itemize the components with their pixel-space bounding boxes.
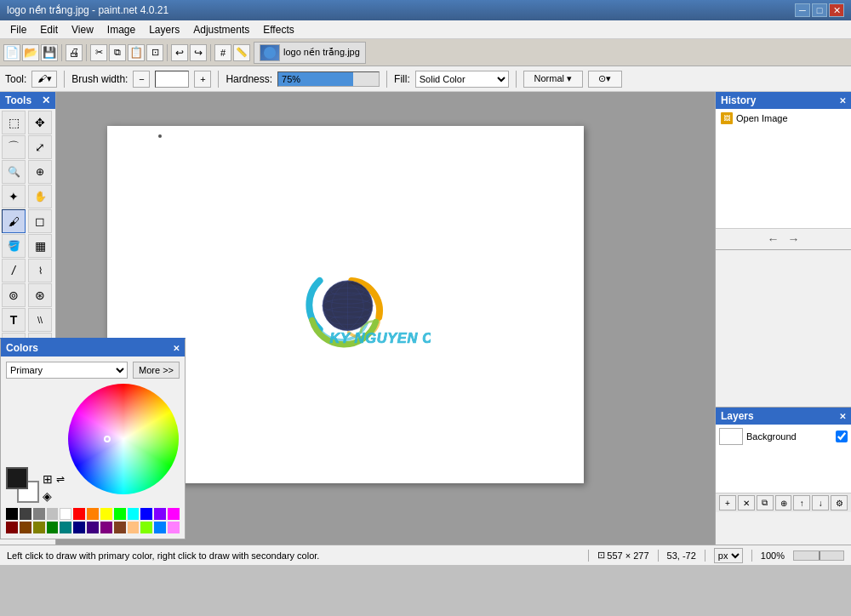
menu-file[interactable]: File	[3, 22, 33, 37]
move-tool[interactable]: ✥	[28, 111, 52, 134]
swatch-pink[interactable]	[168, 522, 180, 533]
new-button[interactable]: 📄	[3, 44, 20, 61]
menu-view[interactable]: View	[65, 22, 100, 37]
menu-effects[interactable]: Effects	[256, 22, 300, 37]
swatch-cyan[interactable]	[128, 508, 140, 520]
brush-increase[interactable]: +	[194, 71, 211, 88]
swatch-dark-cyan[interactable]	[60, 522, 71, 533]
crop-button[interactable]: ⊡	[146, 44, 163, 61]
zoom-slider[interactable]	[793, 550, 844, 561]
duplicate-layer-button[interactable]: ⧉	[757, 495, 774, 510]
swatch-green[interactable]	[114, 508, 126, 520]
hardness-bar[interactable]: 75%	[277, 71, 380, 87]
menu-adjustments[interactable]: Adjustments	[186, 22, 256, 37]
zoom-tool2[interactable]: ✋	[28, 185, 52, 208]
swatch-blue[interactable]	[140, 508, 152, 520]
swatch-dark-purple[interactable]	[87, 522, 99, 533]
menu-image[interactable]: Image	[100, 22, 142, 37]
rulers-button[interactable]: 📏	[233, 44, 250, 61]
layer-up-button[interactable]: ↑	[793, 495, 810, 510]
history-close[interactable]: ✕	[839, 96, 846, 106]
layer-item-background[interactable]: Background	[716, 425, 851, 448]
unit-select[interactable]: px	[714, 548, 743, 563]
swatch-brown[interactable]	[114, 522, 126, 533]
swatch-gray[interactable]	[33, 508, 45, 520]
opacity-selector[interactable]: ⊙▾	[588, 71, 622, 88]
clone-stamp-tool[interactable]: ⊚	[2, 283, 26, 307]
zoom-out-tool[interactable]: ⊕	[28, 160, 52, 184]
shapes-tool[interactable]: \\	[28, 308, 52, 332]
add-layer-button[interactable]: +	[719, 495, 736, 510]
swatch-dark-yellow[interactable]	[33, 522, 45, 533]
swatch-dark-gray[interactable]	[20, 508, 31, 520]
swatch-light-gray[interactable]	[47, 508, 59, 520]
save-button[interactable]: 💾	[41, 44, 58, 61]
print-button[interactable]: 🖨	[66, 44, 83, 61]
swatch-yellow[interactable]	[100, 508, 112, 520]
paintbrush-tool[interactable]: 🖌	[2, 209, 26, 233]
fill-select[interactable]: Solid Color	[415, 71, 509, 88]
swatch-red[interactable]	[73, 508, 85, 520]
layer-down-button[interactable]: ↓	[812, 495, 829, 510]
merge-layer-button[interactable]: ⊕	[775, 495, 792, 510]
copy-button[interactable]: ⧉	[109, 44, 126, 61]
layers-properties-button[interactable]: ⚙	[831, 495, 848, 510]
history-item[interactable]: 🖼 Open Image	[717, 111, 849, 126]
menu-edit[interactable]: Edit	[33, 22, 65, 37]
swatch-dark-red[interactable]	[6, 522, 18, 533]
transparency-icon[interactable]: ◈	[43, 489, 65, 503]
close-button[interactable]: ✕	[829, 3, 844, 17]
minimize-button[interactable]: ─	[795, 3, 810, 17]
rectangle-select-tool[interactable]: ⬚	[2, 111, 26, 134]
pencil-tool[interactable]: /	[2, 259, 26, 282]
maximize-button[interactable]: □	[812, 3, 827, 17]
open-button[interactable]: 📂	[22, 44, 39, 61]
brush-width-input[interactable]: 2	[155, 71, 189, 88]
grid-button[interactable]: #	[214, 44, 231, 61]
lasso-select-tool[interactable]: ⌒	[2, 135, 26, 159]
image-tab[interactable]: logo nền trắng.jpg	[254, 42, 366, 64]
layers-close[interactable]: ✕	[839, 412, 846, 421]
menu-layers[interactable]: Layers	[142, 22, 186, 37]
color-pick-tool[interactable]: ⌇	[28, 259, 52, 282]
undo-button[interactable]: ↩	[171, 44, 188, 61]
swatch-dark-magenta[interactable]	[100, 522, 112, 533]
paint-bucket-tool[interactable]: 🪣	[2, 234, 26, 258]
color-wheel[interactable]	[68, 384, 179, 494]
color-mode-select[interactable]: Primary Secondary	[6, 362, 128, 379]
swatch-magenta[interactable]	[168, 508, 180, 520]
foreground-color-swatch[interactable]	[6, 467, 28, 489]
swatch-white[interactable]	[60, 508, 71, 520]
color-wheel-container[interactable]	[68, 384, 180, 503]
swatch-purple[interactable]	[154, 508, 166, 520]
swatch-dark-green[interactable]	[47, 522, 59, 533]
eraser-tool[interactable]: ◻	[28, 209, 52, 233]
tool-selector[interactable]: 🖌▾	[31, 71, 57, 88]
text-tool[interactable]: T	[2, 308, 26, 332]
redo-button[interactable]: ↪	[190, 44, 207, 61]
zoom-in-tool[interactable]: 🔍	[2, 160, 26, 184]
swatch-teal[interactable]	[154, 522, 166, 533]
swatch-skin[interactable]	[128, 522, 140, 533]
swatch-orange[interactable]	[87, 508, 99, 520]
reset-colors-icon[interactable]: ⊞	[43, 472, 53, 486]
gradient-tool[interactable]: ▦	[28, 234, 52, 258]
magic-wand-tool[interactable]: ✦	[2, 185, 26, 208]
recolor-tool[interactable]: ⊛	[28, 283, 52, 307]
cut-button[interactable]: ✂	[90, 44, 107, 61]
delete-layer-button[interactable]: ✕	[738, 495, 755, 510]
more-colors-button[interactable]: More >>	[133, 362, 180, 379]
history-undo-arrow[interactable]: ←	[768, 232, 780, 246]
swatch-lime[interactable]	[140, 522, 152, 533]
paste-button[interactable]: 📋	[128, 44, 145, 61]
brush-decrease[interactable]: −	[133, 71, 150, 88]
layer-visibility-background[interactable]	[836, 431, 848, 442]
blend-mode-selector[interactable]: Normal ▾	[523, 71, 583, 88]
swatch-dark-blue[interactable]	[73, 522, 85, 533]
swatch-black[interactable]	[6, 508, 18, 520]
swap-colors-icon[interactable]: ⇌	[56, 473, 65, 485]
toolbox-close[interactable]: ✕	[42, 94, 50, 106]
history-redo-arrow[interactable]: →	[788, 232, 800, 246]
move-selection-tool[interactable]: ⤢	[28, 135, 52, 159]
colors-close[interactable]: ✕	[173, 344, 180, 353]
